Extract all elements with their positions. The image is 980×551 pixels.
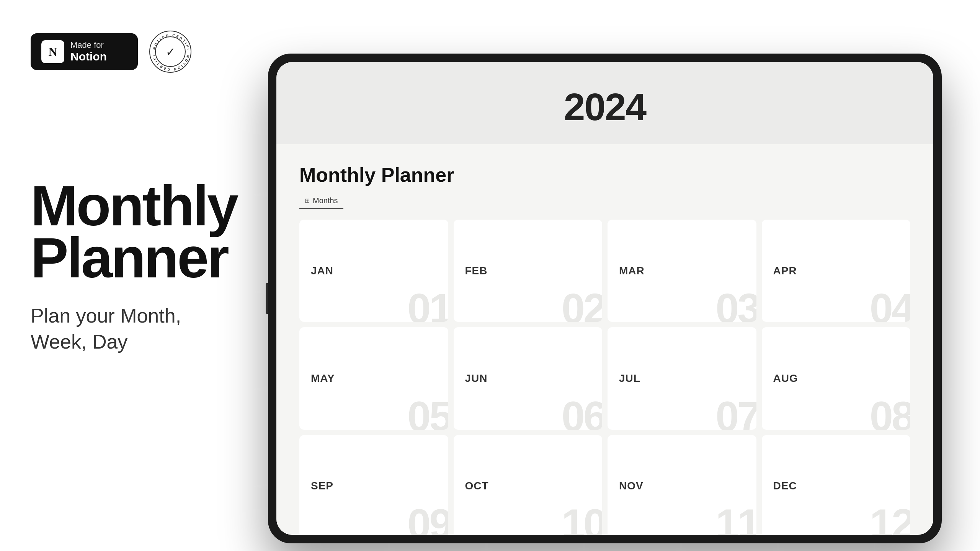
month-cell[interactable]: AUG08 bbox=[762, 327, 911, 429]
month-cell[interactable]: JUL07 bbox=[608, 327, 756, 429]
month-number: 03 bbox=[715, 287, 756, 322]
notion-label: Notion bbox=[70, 50, 107, 63]
screen-header: 2024 bbox=[276, 62, 933, 144]
month-number: 02 bbox=[562, 287, 602, 322]
left-panel: N Made for Notion NOTION CERTIFIED NOTIO… bbox=[0, 0, 253, 551]
month-number: 09 bbox=[407, 503, 448, 535]
made-for-label: Made for bbox=[70, 41, 107, 50]
month-name: AUG bbox=[773, 372, 798, 385]
right-panel: 2024 Monthly Planner ⊞ Months JAN01FEB02… bbox=[253, 0, 980, 551]
month-name: JUL bbox=[619, 372, 640, 385]
planner-title: Monthly Planner bbox=[299, 163, 910, 186]
month-cell[interactable]: MAY05 bbox=[299, 327, 448, 429]
grid-icon: ⊞ bbox=[305, 197, 310, 204]
months-tab-row: ⊞ Months bbox=[299, 194, 910, 209]
month-number: 06 bbox=[562, 395, 602, 430]
month-cell[interactable]: MAR03 bbox=[608, 220, 756, 322]
notion-icon-box: N bbox=[41, 40, 64, 63]
month-name: MAR bbox=[619, 265, 645, 277]
year-title: 2024 bbox=[564, 85, 646, 129]
tablet-side-button bbox=[266, 283, 268, 314]
month-cell[interactable]: APR04 bbox=[762, 220, 911, 322]
certified-inner: ✓ bbox=[155, 36, 186, 67]
month-name: JAN bbox=[311, 265, 333, 277]
month-cell[interactable]: FEB02 bbox=[454, 220, 603, 322]
month-cell[interactable]: JAN01 bbox=[299, 220, 448, 322]
month-name: MAY bbox=[311, 372, 335, 385]
tab-label: Months bbox=[313, 196, 338, 205]
month-number: 10 bbox=[562, 503, 602, 535]
month-cell[interactable]: NOV11 bbox=[608, 435, 756, 535]
months-grid: JAN01FEB02MAR03APR04MAY05JUN06JUL07AUG08… bbox=[299, 220, 910, 535]
month-cell[interactable]: OCT10 bbox=[454, 435, 603, 535]
notion-icon: N bbox=[48, 45, 57, 59]
month-number: 01 bbox=[407, 287, 448, 322]
certified-badge: NOTION CERTIFIED NOTION CERTIFIED ✓ bbox=[149, 31, 191, 73]
month-name: APR bbox=[773, 265, 797, 277]
month-number: 08 bbox=[870, 395, 910, 430]
badges-row: N Made for Notion NOTION CERTIFIED NOTIO… bbox=[31, 31, 230, 73]
main-title: Monthly Planner bbox=[31, 180, 230, 284]
made-for-text: Made for Notion bbox=[70, 41, 107, 62]
month-name: SEP bbox=[311, 480, 333, 492]
month-number: 07 bbox=[715, 395, 756, 430]
tablet-frame: 2024 Monthly Planner ⊞ Months JAN01FEB02… bbox=[268, 54, 942, 543]
month-name: FEB bbox=[465, 265, 488, 277]
tablet-screen: 2024 Monthly Planner ⊞ Months JAN01FEB02… bbox=[276, 62, 933, 535]
month-number: 12 bbox=[870, 503, 910, 535]
month-number: 05 bbox=[407, 395, 448, 430]
month-number: 04 bbox=[870, 287, 910, 322]
month-name: JUN bbox=[465, 372, 488, 385]
made-for-notion-badge: N Made for Notion bbox=[31, 33, 138, 70]
month-cell[interactable]: DEC12 bbox=[762, 435, 911, 535]
month-name: OCT bbox=[465, 480, 489, 492]
month-name: NOV bbox=[619, 480, 644, 492]
month-name: DEC bbox=[773, 480, 797, 492]
sub-title: Plan your Month,Week, Day bbox=[31, 303, 230, 355]
certified-check-icon: ✓ bbox=[166, 45, 175, 59]
month-cell[interactable]: SEP09 bbox=[299, 435, 448, 535]
screen-content: Monthly Planner ⊞ Months JAN01FEB02MAR03… bbox=[276, 144, 933, 535]
months-tab[interactable]: ⊞ Months bbox=[299, 194, 343, 209]
month-cell[interactable]: JUN06 bbox=[454, 327, 603, 429]
month-number: 11 bbox=[715, 503, 756, 535]
